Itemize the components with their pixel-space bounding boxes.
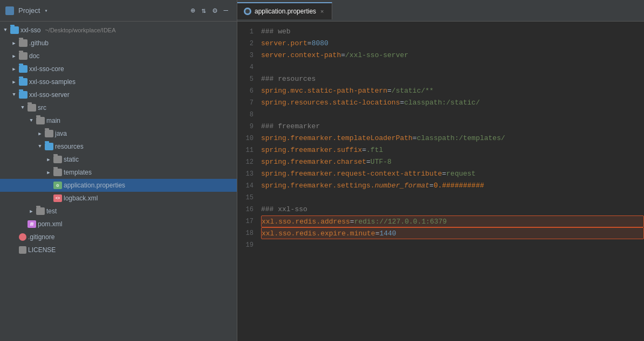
project-icon: [5, 6, 14, 15]
code-line-19: [261, 239, 644, 251]
pom-label: pom.xml: [38, 220, 62, 228]
resources-folder-icon: [45, 143, 53, 150]
key-number-format: number_format: [375, 182, 429, 190]
code-line-7: spring.resources.static-locations=classp…: [261, 97, 644, 109]
val-req-ctx: request: [446, 170, 476, 178]
title-bar: Project ▾ ⊕ ⇅ ⚙ — application.properties…: [0, 0, 644, 22]
git-file-icon: [19, 233, 26, 241]
doc-arrow: [11, 53, 17, 59]
tree-item-src[interactable]: src: [0, 101, 237, 114]
templates-label: templates: [64, 169, 92, 176]
src-arrow: [19, 105, 26, 111]
src-label: src: [38, 104, 46, 112]
code-line-13: spring.freemarker.request-context-attrib…: [261, 168, 644, 180]
key-settings: spring.freemarker.settings.: [261, 182, 375, 190]
eq-17: =: [350, 218, 354, 226]
tree-root[interactable]: xxl-sso ~/Desktop/workplace/IDEA: [0, 24, 237, 37]
github-folder-icon: [19, 39, 28, 47]
properties-file-icon: [53, 182, 62, 189]
server-label: xxl-sso-server: [29, 91, 70, 99]
java-arrow: [37, 130, 43, 137]
templates-folder-icon: [53, 169, 62, 176]
static-label: static: [64, 156, 79, 163]
code-line-5: ### resources: [261, 73, 644, 85]
root-arrow: [2, 27, 9, 33]
gear-icon[interactable]: ⚙: [213, 6, 217, 15]
key-static-loc: spring.resources.static-locations: [261, 99, 400, 107]
github-label: .github: [29, 39, 49, 47]
java-folder-icon: [45, 130, 53, 137]
code-line-8: [261, 109, 644, 121]
key-req-ctx: spring.freemarker.request-context-attrib…: [261, 170, 442, 178]
minimize-icon[interactable]: —: [224, 6, 228, 15]
tree-item-static[interactable]: static: [0, 153, 237, 166]
code-line-15: [261, 192, 644, 204]
static-folder-icon: [53, 156, 62, 163]
sync-icon[interactable]: ⊕: [190, 6, 195, 15]
gitignore-label: .gitignore: [28, 233, 54, 241]
key-context-path: server.context-path: [261, 51, 341, 59]
core-arrow: [11, 66, 17, 72]
resources-label: resources: [55, 143, 84, 150]
tree-item-test[interactable]: test: [0, 205, 237, 218]
title-actions: ⊕ ⇅ ⚙ —: [190, 6, 231, 15]
code-line-17: xxl.sso.redis.address=redis://127.0.0.1:…: [261, 215, 644, 227]
val-charset: UTF-8: [371, 158, 392, 166]
line-numbers: 1 2 3 4 5 6 7 8 9 10 11 12 13 14 15 16 1…: [237, 22, 257, 341]
key-redis-expire: xxl.sso.redis.expire.minute: [262, 229, 375, 238]
val-context-path: /xxl-sso-server: [345, 51, 408, 59]
tree-item-main[interactable]: main: [0, 114, 237, 127]
main-area: xxl-sso ~/Desktop/workplace/IDEA .github…: [0, 22, 644, 341]
code-line-4: [261, 61, 644, 73]
tree-item-logback[interactable]: logback.xml: [0, 192, 237, 205]
code-line-6: spring.mvc.static-path-pattern=/static/*…: [261, 85, 644, 97]
tree-item-github[interactable]: .github: [0, 37, 237, 50]
code-line-10: spring.freemarker.templateLoaderPath=cla…: [261, 133, 644, 144]
tree-item-gitignore[interactable]: .gitignore: [0, 231, 237, 243]
samples-arrow: [11, 79, 17, 85]
main-folder-icon: [36, 117, 45, 124]
code-line-14: spring.freemarker.settings.number_format…: [261, 180, 644, 192]
tree-item-pom[interactable]: pom.xml: [0, 218, 237, 231]
key-suffix: spring.freemarker.suffix: [261, 146, 362, 154]
tree-item-license[interactable]: LICENSE: [0, 243, 237, 256]
key-template-loader: spring.freemarker.templateLoaderPath: [261, 134, 413, 142]
main-arrow: [28, 117, 35, 124]
code-content: ### web server.port=8080 server.context-…: [257, 22, 644, 341]
tab-close-button[interactable]: ×: [319, 8, 325, 15]
tree-item-application-properties[interactable]: application.properties: [0, 179, 237, 192]
tab-application-properties[interactable]: application.properties ×: [237, 2, 332, 19]
val-redis-addr: redis://127.0.0.1:6379: [354, 218, 447, 226]
eq-10: =: [413, 134, 417, 142]
xml-file-icon: [53, 194, 62, 202]
test-label: test: [46, 207, 57, 215]
val-server-port: 8080: [312, 39, 328, 47]
code-line-3: server.context-path=/xxl-sso-server: [261, 50, 644, 61]
code-line-12: spring.freemarker.charset=UTF-8: [261, 156, 644, 168]
project-dropdown-arrow[interactable]: ▾: [44, 8, 47, 14]
comment-resources: ### resources: [261, 75, 316, 83]
project-tree: xxl-sso ~/Desktop/workplace/IDEA .github…: [0, 22, 237, 341]
layout-icon[interactable]: ⇅: [202, 6, 206, 15]
tree-item-server[interactable]: xxl-sso-server: [0, 88, 237, 101]
tree-item-resources[interactable]: resources: [0, 140, 237, 153]
val-static-path: /static/**: [392, 87, 434, 95]
root-folder-icon: [10, 26, 19, 34]
server-arrow: [11, 92, 17, 98]
title-bar-project: Project ▾ ⊕ ⇅ ⚙ —: [0, 0, 237, 21]
eq-6: =: [387, 87, 392, 95]
root-path: ~/Desktop/workplace/IDEA: [43, 27, 115, 33]
resources-arrow: [37, 143, 43, 150]
license-label: LICENSE: [28, 246, 56, 254]
key-charset: spring.freemarker.charset: [261, 158, 366, 166]
tree-item-java[interactable]: java: [0, 127, 237, 140]
code-line-11: spring.freemarker.suffix=.ftl: [261, 144, 644, 156]
eq-14: =: [429, 182, 434, 190]
tree-item-samples[interactable]: xxl-sso-samples: [0, 75, 237, 88]
code-line-1: ### web: [261, 26, 644, 38]
root-label: xxl-sso: [20, 26, 40, 34]
tree-item-core[interactable]: xxl-sso-core: [0, 62, 237, 75]
project-label: Project: [18, 6, 40, 15]
tree-item-templates[interactable]: templates: [0, 166, 237, 179]
tree-item-doc[interactable]: doc: [0, 50, 237, 62]
